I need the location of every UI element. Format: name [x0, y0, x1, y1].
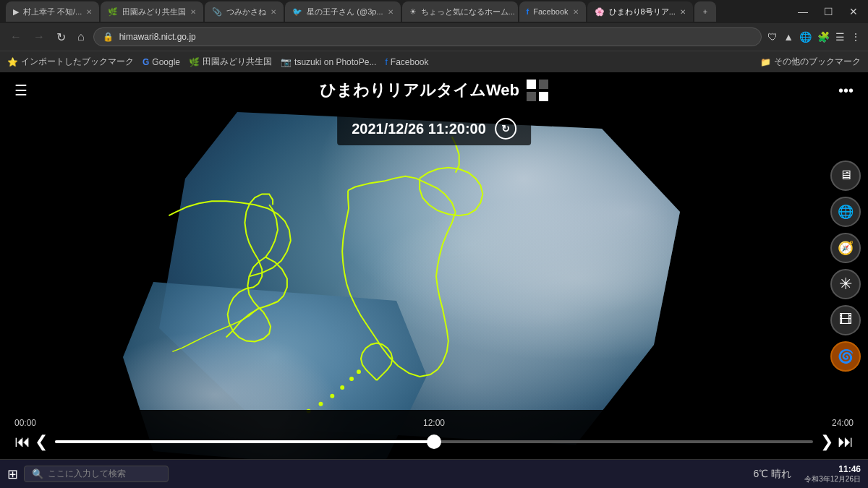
- play-controls: ⏮ ❮: [14, 432, 48, 451]
- tab-facebook[interactable]: f Facebook ✕: [519, 1, 586, 22]
- sidebar-compass-icon[interactable]: 🧭: [830, 233, 861, 263]
- time-start: 00:00: [14, 418, 36, 428]
- tab-7-close[interactable]: ✕: [680, 8, 686, 16]
- bookmark-facebook-label: Facebook: [391, 57, 429, 67]
- globe-icon: 🌐: [838, 204, 854, 220]
- compass-icon: 🧭: [838, 240, 854, 256]
- tab-5[interactable]: ☀ ちょっと気になるホーム... ✕: [402, 1, 518, 22]
- maximize-button[interactable]: ☐: [820, 6, 838, 17]
- tab-7-favicon: 🌸: [595, 7, 605, 17]
- windows-taskbar: ⊞ 🔍 ここに入力して検索 6℃ 晴れ 11:46 令和3年12月26日: [0, 459, 868, 488]
- url-text: himawari8.nict.go.jp: [119, 32, 752, 42]
- tab-2-close[interactable]: ✕: [190, 8, 196, 16]
- right-sidebar: 🖥 🌐 🧭 ✳ 🎞 🌀: [830, 160, 861, 372]
- datetime-overlay: 2021/12/26 11:20:00 ↻: [337, 112, 531, 145]
- close-button[interactable]: ✕: [845, 6, 862, 17]
- taskbar-search[interactable]: 🔍 ここに入力して検索: [24, 466, 169, 482]
- new-tab-button[interactable]: +: [694, 1, 716, 22]
- lock-icon: 🔒: [103, 32, 114, 42]
- tab-4-close[interactable]: ✕: [388, 8, 393, 16]
- extensions-icon[interactable]: 🧩: [817, 31, 830, 43]
- taskbar-time: 11:46: [838, 464, 861, 474]
- bookmark-google[interactable]: G Google: [142, 57, 180, 67]
- tab-6-label: Facebook: [533, 7, 568, 16]
- tab-6-close[interactable]: ✕: [573, 8, 579, 16]
- minimize-button[interactable]: —: [793, 6, 812, 17]
- tab-3-favicon: 📎: [212, 7, 222, 17]
- sidebar-film-icon[interactable]: 🎞: [830, 305, 861, 335]
- hamburger-menu[interactable]: ☰: [14, 82, 27, 99]
- sidebar-display-icon[interactable]: 🖥: [830, 160, 861, 191]
- sidebar-asterisk-icon[interactable]: ✳: [830, 269, 861, 299]
- tab-5-favicon: ☀: [409, 7, 417, 17]
- bookmark-photope-label: tsuzuki on PhotoPe...: [294, 57, 376, 67]
- new-tab-icon: +: [703, 7, 707, 16]
- play-controls-right: ❯ ⏭: [820, 432, 854, 451]
- tab-1[interactable]: ▶ 村上幸子 不知/... ✕: [6, 1, 99, 22]
- sidebar-globe-icon[interactable]: 🌐: [830, 197, 861, 227]
- window-controls: — ☐ ✕: [793, 6, 862, 17]
- bookmarks-bar: ⭐ インポートしたブックマーク G Google 🌿 田園みどり共生国 📷 ts…: [0, 51, 868, 72]
- bookmark-other[interactable]: 📁 その他のブックマーク: [760, 56, 861, 68]
- windows-start-icon[interactable]: ⊞: [7, 466, 18, 482]
- progress-fill: [55, 440, 434, 443]
- skip-end-button[interactable]: ⏭: [838, 432, 854, 451]
- next-button[interactable]: ❯: [820, 432, 833, 451]
- display-icon: 🖥: [839, 168, 852, 183]
- logo-block-1: [527, 80, 536, 89]
- playback-bar: 00:00 12:00 24:00 ⏮ ❮ ❯ ⏭: [0, 410, 868, 459]
- progress-track[interactable]: [55, 440, 813, 443]
- bookmark-tanada-icon: 🌿: [189, 57, 200, 67]
- prev-button[interactable]: ❮: [35, 432, 48, 451]
- back-button[interactable]: ←: [7, 27, 25, 46]
- title-bar: ▶ 村上幸子 不知/... ✕ 🌿 田園みどり共生国 ✕ 📎 つみかさね ✕ 🐦…: [0, 0, 868, 23]
- translate-icon[interactable]: 🌐: [799, 31, 812, 43]
- tab-3[interactable]: 📎 つみかさね ✕: [205, 1, 284, 22]
- tab-1-favicon: ▶: [13, 7, 19, 17]
- bookmark-other-label: その他のブックマーク: [774, 56, 861, 68]
- reload-button[interactable]: ↻: [54, 27, 69, 47]
- tab-3-close[interactable]: ✕: [271, 8, 276, 16]
- tab-himawari[interactable]: 🌸 ひまわり8号リア... ✕: [587, 1, 693, 22]
- tab-5-label: ちょっと気になるホーム...: [421, 7, 515, 17]
- bookmark-import-icon: ⭐: [7, 57, 18, 67]
- bookmark-facebook[interactable]: f Facebook: [385, 57, 428, 67]
- wallet-icon[interactable]: ▲: [783, 31, 793, 43]
- progress-thumb[interactable]: [427, 435, 441, 449]
- tab-4[interactable]: 🐦 星の王子さん (@3p... ✕: [285, 1, 400, 22]
- taskbar-clock: 11:46 令和3年12月26日: [804, 464, 861, 484]
- bookmark-import[interactable]: ⭐ インポートしたブックマーク: [7, 56, 134, 68]
- more-options-button[interactable]: •••: [838, 82, 854, 99]
- brave-shield-icon[interactable]: 🛡: [767, 31, 778, 43]
- time-mid: 12:00: [423, 418, 445, 428]
- menu-button[interactable]: ⋮: [851, 31, 861, 43]
- film-icon: 🎞: [839, 312, 852, 328]
- tab-6-favicon: f: [527, 7, 529, 16]
- sidebar-toggle[interactable]: ☰: [835, 31, 845, 43]
- bookmark-tanada[interactable]: 🌿 田園みどり共生国: [189, 56, 272, 68]
- taskbar-weather: 6℃ 晴れ: [754, 468, 792, 481]
- address-bar[interactable]: 🔒 himawari8.nict.go.jp: [93, 27, 762, 46]
- bookmark-facebook-icon: f: [385, 57, 387, 67]
- refresh-button[interactable]: ↻: [495, 118, 516, 140]
- bookmark-google-label: Google: [152, 57, 180, 67]
- app-header: ☰ ひまわりリアルタイムWeb •••: [0, 72, 868, 108]
- refresh-icon: ↻: [501, 123, 510, 134]
- home-button[interactable]: ⌂: [75, 27, 88, 46]
- tab-2[interactable]: 🌿 田園みどり共生国 ✕: [101, 1, 203, 22]
- nav-bar: ← → ↻ ⌂ 🔒 himawari8.nict.go.jp 🛡 ▲ 🌐 🧩 ☰…: [0, 23, 868, 51]
- bookmark-google-icon: G: [142, 57, 149, 67]
- tab-1-close[interactable]: ✕: [86, 8, 92, 16]
- sidebar-spiral-icon[interactable]: 🌀: [830, 341, 861, 372]
- bookmark-photope[interactable]: 📷 tsuzuki on PhotoPe...: [281, 57, 376, 67]
- app-title: ひまわりリアルタイムWeb: [320, 80, 548, 101]
- tab-7-label: ひまわり8号リア...: [609, 7, 676, 17]
- bookmark-import-label: インポートしたブックマーク: [21, 56, 134, 68]
- taskbar-date: 令和3年12月26日: [804, 474, 861, 484]
- asterisk-icon: ✳: [839, 275, 852, 294]
- skip-start-button[interactable]: ⏮: [14, 432, 30, 451]
- forward-button[interactable]: →: [30, 27, 48, 46]
- time-end: 24:00: [832, 418, 854, 428]
- time-labels: 00:00 12:00 24:00: [14, 418, 854, 428]
- taskbar-search-text: ここに入力して検索: [48, 468, 126, 480]
